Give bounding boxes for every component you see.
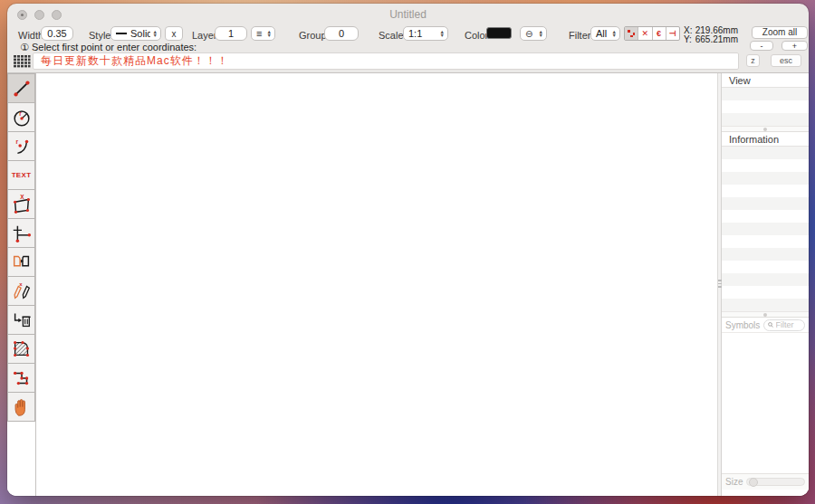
svg-text:r: r [15,138,18,144]
window-title: Untitled [7,8,809,21]
filter-select[interactable]: All ▲▼ [590,26,620,41]
info-row [722,185,809,197]
message-bar[interactable]: 每日更新数十款精品Mac软件！！！ [33,52,739,70]
stepper-icon: ▲▼ [153,30,158,37]
side-panel: View Information [722,73,809,496]
scale-label: Scale: [379,30,407,41]
info-row [722,248,809,261]
list-icon: ≡ [256,28,262,39]
cursor-coordinates: X:219.66mm Y:665.21mm [684,26,738,44]
info-row [722,159,809,172]
titlebar: Untitled [7,4,809,24]
hatch-tool[interactable] [7,334,35,364]
layer-input[interactable] [215,26,247,41]
view-row [722,100,809,113]
style-select[interactable]: Solid… ▲▼ [110,26,161,41]
coord-y-value: 665.21mm [695,35,738,44]
copy-tool[interactable] [7,247,35,277]
info-row [722,147,809,159]
size-control-row: Size [722,473,809,490]
symbols-section-header: Symbols [722,318,809,333]
line-style-sample [116,33,127,34]
zoom-in-button[interactable]: + [781,41,808,51]
fill-style-select[interactable]: ⊖ ▲▼ [520,26,547,41]
info-row [722,223,809,235]
snap-toggle-group: ✕ € ⊣ [624,26,680,41]
section-splitter[interactable] [722,311,809,318]
banner-text: 每日更新数十款精品Mac软件！！！ [41,53,229,69]
view-row [722,113,809,126]
layer-list-select[interactable]: ≡ ▲▼ [251,26,275,41]
edit-pencils-icon: x [11,280,33,303]
size-label: Size [725,477,743,487]
symbols-filter-input[interactable] [776,320,801,329]
line-icon [11,77,33,100]
width-input[interactable] [41,26,73,41]
snap-dots-toggle[interactable] [625,27,638,40]
no-fill-icon: ⊖ [525,29,532,39]
delete-trash-icon [11,309,33,332]
color-swatch[interactable] [486,27,512,39]
bar-toggle[interactable]: ⊣ [666,27,679,40]
size-slider-knob[interactable] [749,478,758,487]
info-row [722,286,809,299]
symbols-grid-icon[interactable] [13,54,31,69]
quad-tool[interactable]: X [7,189,35,219]
zoom-all-button[interactable]: Zoom all [752,26,808,39]
stepper-icon: ▲▼ [440,30,445,37]
scale-value: 1:1 [408,28,422,39]
circle-icon: r [11,106,33,129]
group-input[interactable] [324,26,359,41]
style-clear-button[interactable]: x [165,26,183,41]
scale-select[interactable]: 1:1 ▲▼ [403,26,448,41]
symbols-filter-box[interactable] [763,319,805,331]
text-icon: TEXT [12,171,32,179]
svg-text:X: X [20,194,24,200]
stepper-icon: ▲▼ [539,30,543,37]
stepper-icon: ▲▼ [612,30,617,37]
pan-hand-icon [11,395,33,419]
info-row [722,299,809,311]
polyline-tool[interactable] [7,363,35,393]
info-row [722,197,809,210]
axis-lines-tool[interactable] [7,218,35,248]
pan-tool[interactable] [7,392,35,422]
app-window: Untitled Width: Style: Solid… ▲▼ x Layer… [7,4,809,496]
status-text: Select first point or enter coordinates: [32,42,197,52]
text-tool[interactable]: TEXT [7,160,35,190]
z-button[interactable]: z [746,54,760,67]
info-row [722,235,809,248]
hatch-icon [11,338,33,361]
esc-button[interactable]: esc [771,54,801,67]
filter-value: All [596,28,607,39]
info-row [722,273,809,286]
size-slider[interactable] [746,478,805,486]
delete-tool[interactable] [7,305,35,335]
symbols-list[interactable] [722,333,809,469]
quad-icon: X [11,193,33,216]
polyline-icon [11,366,33,390]
coord-y-label: Y: [684,35,692,44]
x-toggle[interactable]: ✕ [638,27,652,40]
drawing-canvas[interactable] [35,73,717,496]
info-row [722,172,809,185]
arc-tool[interactable]: r [7,131,35,161]
style-value: Solid… [130,28,150,39]
zoom-out-button[interactable]: - [750,41,773,51]
section-splitter[interactable] [722,126,809,132]
search-icon [768,321,773,328]
tool-palette: r r TEXT X [7,73,35,496]
main-area: r r TEXT X [7,72,809,496]
info-row [722,210,809,223]
svg-text:x: x [19,281,23,287]
axis-lines-icon [11,222,33,245]
line-tool[interactable] [7,73,35,103]
copy-icon [11,251,33,274]
view-row [722,88,809,100]
edit-tool[interactable]: x [7,276,35,306]
circle-tool[interactable]: r [7,102,35,132]
view-section-header: View [722,73,809,88]
information-section-header: Information [722,132,809,147]
c-toggle[interactable]: € [653,27,666,40]
snap-dots-icon [628,30,635,37]
